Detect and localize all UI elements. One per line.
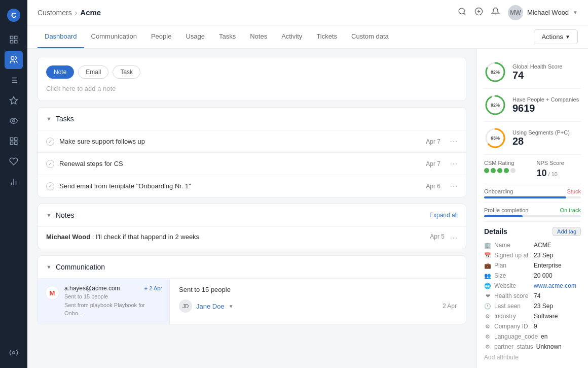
tab-custom-data[interactable]: Custom data <box>344 25 396 48</box>
score-circle-0: 82% <box>484 61 506 83</box>
chart-icon[interactable] <box>5 91 23 110</box>
list-item[interactable]: M a.hayes@acme.com + 2 Apr Sent to 15 pe… <box>38 279 169 324</box>
add-attribute-button[interactable]: Add attribute <box>484 352 581 363</box>
note-type-buttons: Note Email Task <box>46 65 458 79</box>
details-header: Details Add tag <box>484 227 581 236</box>
score-card-2: 63% Using Segments (P+C) 28 <box>484 122 581 155</box>
svg-rect-15 <box>10 138 13 140</box>
detail-key-8: Company ID <box>494 323 531 330</box>
detail-val-5: 74 <box>534 292 540 299</box>
communication-header[interactable]: ▼ Communication <box>38 256 466 278</box>
detail-icon-0: 🏢 <box>484 242 491 249</box>
tab-notes[interactable]: Notes <box>243 25 274 48</box>
heart-icon[interactable] <box>5 152 23 171</box>
actions-button[interactable]: Actions ▼ <box>534 29 578 44</box>
tasks-header[interactable]: ▼ Tasks <box>38 108 466 130</box>
notification-icon[interactable] <box>491 7 500 18</box>
csm-label: CSM Rating <box>484 160 529 166</box>
notes-header[interactable]: ▼ Notes Expand all <box>38 204 466 226</box>
onboarding-label: Onboarding <box>484 188 513 194</box>
task-menu-1[interactable]: ⋯ <box>450 137 458 146</box>
add-tag-button[interactable]: Add tag <box>553 227 581 236</box>
comm-detail: Sent to 15 people JD Jane Doe ▼ 2 Apr <box>170 279 466 324</box>
note-type-task[interactable]: Task <box>113 65 140 79</box>
score-value-0: 74 <box>512 70 581 81</box>
svg-rect-18 <box>15 142 17 145</box>
detail-row: ⚙ partner_status Unknown <box>484 342 581 352</box>
note-input-placeholder[interactable]: Click here to add a note <box>46 85 458 92</box>
tab-activity[interactable]: Activity <box>274 25 309 48</box>
task-menu-2[interactable]: ⋯ <box>450 159 458 169</box>
tab-tickets[interactable]: Tickets <box>309 25 344 48</box>
list-item: Michael Wood : I'll check if that happen… <box>38 226 466 249</box>
comm-sub2: Sent from playbook Playbook for Onbo... <box>64 302 162 317</box>
svg-rect-3 <box>15 36 17 39</box>
detail-key-7: Industry <box>494 313 531 320</box>
dot-3 <box>497 168 502 173</box>
tab-communication[interactable]: Communication <box>84 25 144 48</box>
task-check-1[interactable]: ✓ <box>46 138 54 146</box>
detail-key-4: Website <box>494 282 531 289</box>
settings-icon[interactable] <box>5 344 23 362</box>
note-menu[interactable]: ⋯ <box>450 233 458 243</box>
notes-chevron: ▼ <box>46 212 52 218</box>
detail-row: ❤ Health score 74 <box>484 291 581 301</box>
table-row: ✓ Renewal steps for CS Apr 7 ⋯ <box>38 152 466 175</box>
user-menu[interactable]: MW Michael Wood ▼ <box>508 5 578 20</box>
grid2-icon[interactable] <box>5 132 23 150</box>
detail-val-7: Software <box>534 313 558 320</box>
onboarding-status: Stuck <box>567 188 581 194</box>
comm-person-name[interactable]: Jane Doe <box>196 303 225 310</box>
dot-5 <box>510 168 516 173</box>
nps-value: 10 <box>537 168 547 179</box>
svg-rect-5 <box>15 41 17 43</box>
avatar: MW <box>508 5 523 20</box>
nav-tabs: Dashboard Communication People Usage Tas… <box>27 25 588 49</box>
tab-people[interactable]: People <box>144 25 178 48</box>
tab-tasks[interactable]: Tasks <box>212 25 243 48</box>
people-icon[interactable] <box>5 51 23 69</box>
task-menu-3[interactable]: ⋯ <box>450 181 458 191</box>
main-area: Customers › Acme MW Michael Wood ▼ Dashb… <box>27 0 588 368</box>
details-rows: 🏢 Name ACME 📅 Signed up at 23 Sep 💼 Plan… <box>484 240 581 352</box>
expand-all-button[interactable]: Expand all <box>429 212 458 219</box>
comm-item-details: a.hayes@acme.com + 2 Apr Sent to 15 peop… <box>64 285 162 317</box>
detail-key-10: partner_status <box>494 343 533 350</box>
scores-container: 82% Global Health Score 74 92% Have Peop… <box>484 56 581 155</box>
user-menu-chevron: ▼ <box>573 10 578 15</box>
task-check-3[interactable]: ✓ <box>46 182 54 190</box>
detail-val-4[interactable]: www.acme.com <box>534 282 576 289</box>
customers-link[interactable]: Customers <box>38 9 72 17</box>
svg-rect-2 <box>10 36 13 39</box>
svg-marker-13 <box>10 97 18 104</box>
add-icon[interactable] <box>474 7 483 18</box>
app-logo: C <box>5 6 23 24</box>
note-body: Michael Wood : I'll check if that happen… <box>46 233 425 241</box>
detail-row: ⚙ Language_code en <box>484 331 581 342</box>
tab-dashboard[interactable]: Dashboard <box>38 25 84 48</box>
bar-chart-icon[interactable] <box>5 173 23 191</box>
detail-icon-8: ⚙ <box>484 323 491 330</box>
tab-usage[interactable]: Usage <box>178 25 212 48</box>
comm-email: a.hayes@acme.com <box>64 285 120 292</box>
communication-layout: M a.hayes@acme.com + 2 Apr Sent to 15 pe… <box>38 278 466 324</box>
task-text-1: Make sure support follows up <box>59 138 421 145</box>
task-check-2[interactable]: ✓ <box>46 160 54 168</box>
list-icon[interactable] <box>5 71 23 89</box>
note-separator: : <box>92 233 96 241</box>
detail-val-8: 9 <box>534 323 537 330</box>
detail-icon-2: 💼 <box>484 262 491 269</box>
dot-1 <box>484 168 489 173</box>
dot-4 <box>504 168 509 173</box>
note-type-email[interactable]: Email <box>78 65 108 79</box>
search-icon[interactable] <box>458 7 466 18</box>
task-date-2: Apr 7 <box>426 160 440 168</box>
comm-detail-person: JD Jane Doe ▼ 2 Apr <box>179 299 457 313</box>
breadcrumb: Customers › Acme <box>38 8 101 17</box>
right-panel: 82% Global Health Score 74 92% Have Peop… <box>476 49 588 368</box>
home-icon[interactable] <box>5 30 23 49</box>
eye-icon[interactable] <box>5 112 23 130</box>
score-label-2: Using Segments (P+C) <box>512 129 581 136</box>
tasks-title: Tasks <box>56 115 74 123</box>
note-type-note[interactable]: Note <box>46 65 74 79</box>
